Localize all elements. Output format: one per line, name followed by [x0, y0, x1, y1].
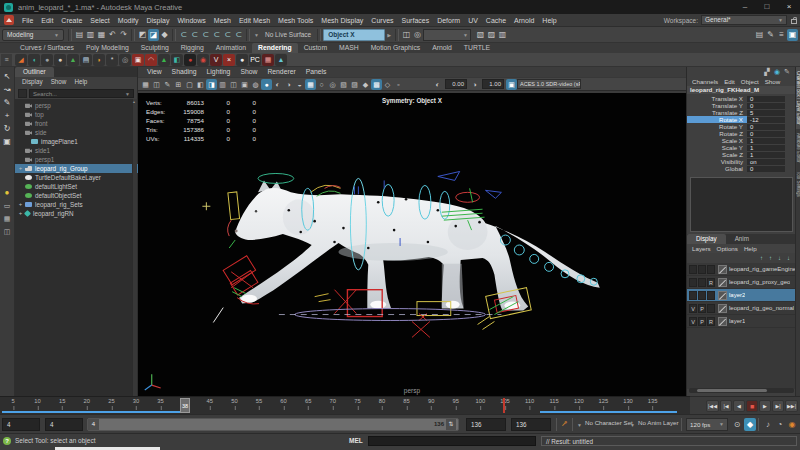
scale-tool-icon[interactable]: ▣ [1, 135, 14, 148]
shelf-tab[interactable]: Rendering [252, 43, 298, 53]
motion-blur-icon[interactable]: ◒ [294, 79, 305, 90]
shelf-icon-18[interactable]: ● [236, 54, 248, 66]
layout-split-icon[interactable]: ◫ [1, 225, 14, 238]
shelf-icon-1[interactable]: ◢ [15, 54, 27, 66]
shelf-tab[interactable]: Custom [298, 43, 333, 53]
attribute-name[interactable]: Rotate Z [687, 130, 747, 137]
multisampling-icon[interactable]: ▦ [305, 79, 316, 90]
divider[interactable] [317, 29, 321, 41]
default-material-icon[interactable]: ◆ [360, 79, 371, 90]
attribute-name[interactable]: Global [687, 165, 747, 172]
move-tool-icon[interactable]: + [1, 109, 14, 122]
channel-row[interactable]: Scale X 1 [687, 137, 795, 144]
open-scene-icon[interactable]: ▥ [85, 29, 96, 41]
search-input[interactable]: Search... ▼ [29, 89, 134, 98]
mel-command-input[interactable] [368, 436, 536, 446]
outliner-item[interactable]: imagePlane1 [15, 137, 138, 146]
outliner-item[interactable]: defaultLightSet [15, 182, 138, 191]
snap-grid-icon[interactable]: ⊂ [178, 29, 189, 41]
layer-menu-item[interactable]: Help [741, 244, 760, 253]
playback-end-field[interactable]: 136 [466, 418, 506, 431]
time-icon[interactable]: ◔ [774, 418, 786, 431]
last-tool-icon[interactable]: ● [1, 186, 14, 199]
layer-visibility-toggle[interactable] [689, 291, 697, 300]
gate-mask-icon[interactable]: ◨ [206, 79, 217, 90]
character-set-selector[interactable]: No Character Set [585, 419, 633, 426]
shelf-tab[interactable]: Curves / Surfaces [14, 43, 80, 53]
shelf-icon-10[interactable]: ▣ [132, 54, 144, 66]
attribute-name[interactable]: Scale X [687, 137, 747, 144]
pencil-icon[interactable]: ✎ [782, 67, 792, 77]
tab-tool-settings[interactable]: Tool Settings [796, 167, 800, 201]
lasso-tool-icon[interactable]: ↝ [1, 83, 14, 96]
outliner-item[interactable]: persp1 [15, 155, 138, 164]
colorspace-dropdown[interactable]: ACES 1.0 SDR-video (sRGB) ▼ [517, 79, 581, 89]
minimize-button[interactable]: – [734, 0, 756, 14]
attribute-name[interactable]: Translate X [687, 95, 747, 102]
channel-row[interactable]: Global 0 [687, 165, 795, 172]
move-layer-icon[interactable]: ↓ [784, 254, 793, 262]
fps-dropdown[interactable]: 120 fps▼ [686, 418, 728, 431]
selected-object-name[interactable]: leopard_rig_FKHead_M [687, 86, 795, 94]
channel-row[interactable]: Translate Z 5 [687, 109, 795, 116]
anim-curve-icon[interactable]: ◉ [772, 67, 782, 77]
outliner-item[interactable]: defaultObjectSet [15, 191, 138, 200]
go-to-end-button[interactable]: ▶▶| [785, 400, 798, 412]
menu-item[interactable]: Deform [433, 14, 464, 27]
viewport-canvas[interactable]: Symmetry: Object X Verts: 86013 0 0 Edge… [138, 93, 686, 396]
menu-item[interactable]: Modify [114, 14, 143, 27]
menu-item[interactable]: Mesh Tools [274, 14, 317, 27]
menu-item[interactable]: Help [538, 14, 560, 27]
layer-playback-toggle[interactable] [698, 265, 706, 274]
field-chart-icon[interactable]: ▥ [217, 79, 228, 90]
shelf-tab[interactable]: Sculpting [135, 43, 175, 53]
menu-item[interactable]: Edit Mesh [235, 14, 274, 27]
select-camera-icon[interactable]: ▦ [140, 79, 151, 90]
plugin-shapes-icon[interactable]: ◇ [382, 79, 393, 90]
outliner-item[interactable]: top [15, 110, 138, 119]
attribute-value-field[interactable]: 5 [747, 110, 785, 116]
viewport-menu-item[interactable]: Lighting [202, 67, 236, 77]
frame-all-icon[interactable]: ◍ [250, 79, 261, 90]
move-layer-icon[interactable]: ↑ [766, 254, 775, 262]
range-start-handle[interactable]: 4 [88, 419, 99, 430]
menu-item[interactable]: Mesh Display [317, 14, 367, 27]
layer-editor-tab[interactable]: Anim [726, 234, 758, 244]
snap-view-plane-icon[interactable]: ⊂ [222, 29, 233, 41]
layer-display-type-toggle[interactable]: R [707, 317, 715, 326]
attribute-value-field[interactable]: on [747, 159, 785, 165]
layer-row[interactable]: R leopard_rig_proxy_geo [687, 276, 796, 289]
outliner-item[interactable]: persp [15, 101, 138, 110]
redo-icon[interactable]: ↷ [118, 29, 129, 41]
current-time-marker[interactable]: 38 [180, 398, 190, 413]
attribute-value-field[interactable]: 0 [747, 124, 785, 130]
viewport-menu-item[interactable]: View [142, 67, 167, 77]
attribute-name[interactable]: Scale Z [687, 151, 747, 158]
symmetry-icon[interactable]: ◫ [401, 29, 412, 41]
channel-box-menu-item[interactable]: Object [738, 77, 762, 86]
menu-item[interactable]: UV [464, 14, 482, 27]
play-forwards-button[interactable]: ▶ [759, 400, 771, 412]
layer-menu-item[interactable]: Options [714, 244, 741, 253]
shelf-tab[interactable]: Animation [210, 43, 252, 53]
channel-row[interactable]: Visibility on [687, 158, 795, 165]
chevron-down-icon[interactable]: ▼ [630, 422, 635, 428]
divider[interactable] [68, 29, 72, 41]
layer-visibility-toggle[interactable]: V [689, 317, 697, 326]
view-transform-icon[interactable]: ▣ [506, 79, 517, 90]
attribute-name[interactable]: Translate Z [687, 109, 747, 116]
shelf-icon-17[interactable]: × [223, 54, 235, 66]
menu-item[interactable]: Surfaces [398, 14, 434, 27]
layer-display-type-toggle[interactable] [707, 291, 715, 300]
go-to-start-button[interactable]: |◀◀ [706, 400, 719, 412]
grid-icon[interactable]: ⊞ [173, 79, 184, 90]
render-icon[interactable]: ▧ [475, 29, 486, 41]
viewport-menu-item[interactable]: Shading [167, 67, 202, 77]
maximize-button[interactable]: □ [756, 0, 778, 14]
attribute-value-field[interactable]: 1 [747, 145, 785, 151]
layer-row[interactable]: V P R layer1 [687, 315, 796, 328]
chevron-down-icon[interactable]: ▼ [577, 422, 582, 428]
shelf-icon-8[interactable]: * [106, 54, 118, 66]
menu-item[interactable]: Arnold [510, 14, 538, 27]
channel-row[interactable]: Rotate X -12 [687, 116, 795, 123]
